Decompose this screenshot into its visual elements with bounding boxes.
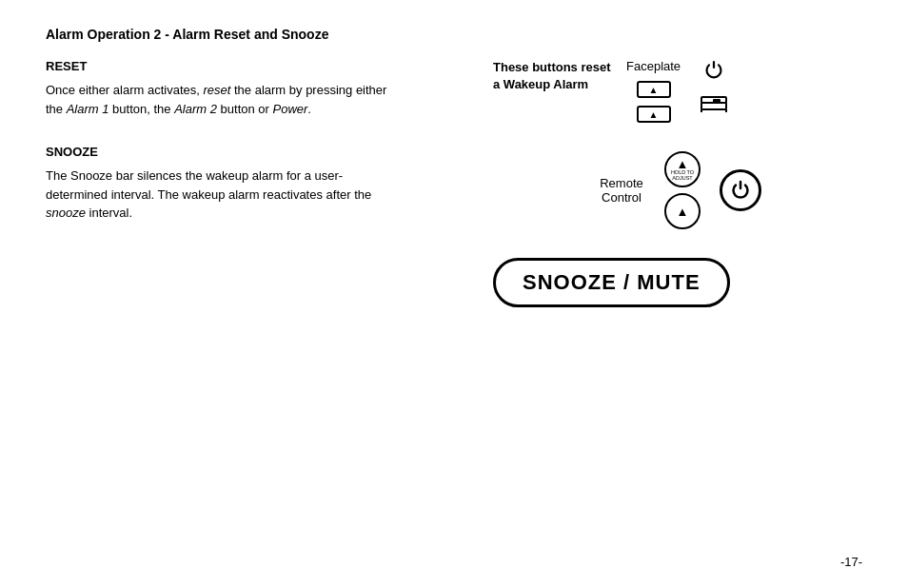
bed-icon-faceplate — [700, 89, 728, 112]
page: Alarm Operation 2 - Alarm Reset and Snoo… — [0, 0, 908, 588]
alarm2-remote-button: ▲ — [664, 193, 701, 229]
reset-body: Once either alarm activates, reset the a… — [46, 81, 388, 118]
snooze-mute-button[interactable]: SNOOZE / MUTE — [493, 258, 730, 307]
remote-label: RemoteControl — [588, 176, 655, 205]
svg-rect-0 — [701, 103, 726, 109]
faceplate-label: Faceplate — [626, 59, 681, 73]
hold-to-adjust-label: HOLD TOADJUST — [671, 169, 694, 182]
snooze-mute-container: SNOOZE / MUTE — [493, 258, 862, 307]
alarm2-faceplate-button: ▲ — [637, 106, 671, 123]
faceplate-power-col — [700, 59, 728, 112]
alarm1-faceplate-button: ▲ — [637, 81, 671, 98]
alarm1-remote-button: ▲ HOLD TOADJUST — [664, 151, 701, 187]
alarm2-badge: ▲ — [649, 109, 659, 120]
alarm2-remote-label: ▲ — [677, 205, 689, 219]
right-column: These buttons reset a Wakeup Alarm Facep… — [474, 59, 862, 307]
these-buttons-text: These buttons reset a Wakeup Alarm — [493, 59, 617, 93]
svg-rect-4 — [713, 99, 720, 103]
faceplate-area: These buttons reset a Wakeup Alarm Facep… — [493, 59, 862, 123]
power-icon-remote — [728, 178, 753, 203]
power-remote-button — [720, 169, 761, 211]
snooze-body: The Snooze bar silences the wakeup alarm… — [46, 167, 388, 223]
left-column: RESET Once either alarm activates, reset… — [46, 59, 474, 307]
faceplate-group: Faceplate ▲ ▲ — [626, 59, 681, 123]
snooze-heading: SNOOZE — [46, 145, 474, 159]
power-icon-faceplate — [702, 59, 725, 82]
faceplate-buttons: ▲ ▲ — [637, 81, 671, 123]
content-area: RESET Once either alarm activates, reset… — [46, 59, 862, 307]
remote-section: RemoteControl ▲ HOLD TOADJUST ▲ — [493, 151, 862, 229]
snooze-section: SNOOZE The Snooze bar silences the wakeu… — [46, 145, 474, 223]
reset-section: RESET Once either alarm activates, reset… — [46, 59, 474, 118]
page-number: -17- — [840, 555, 862, 569]
remote-alarm-buttons: ▲ HOLD TOADJUST ▲ — [664, 151, 701, 229]
page-title: Alarm Operation 2 - Alarm Reset and Snoo… — [46, 27, 862, 42]
reset-heading: RESET — [46, 59, 474, 73]
alarm1-badge: ▲ — [649, 85, 659, 95]
